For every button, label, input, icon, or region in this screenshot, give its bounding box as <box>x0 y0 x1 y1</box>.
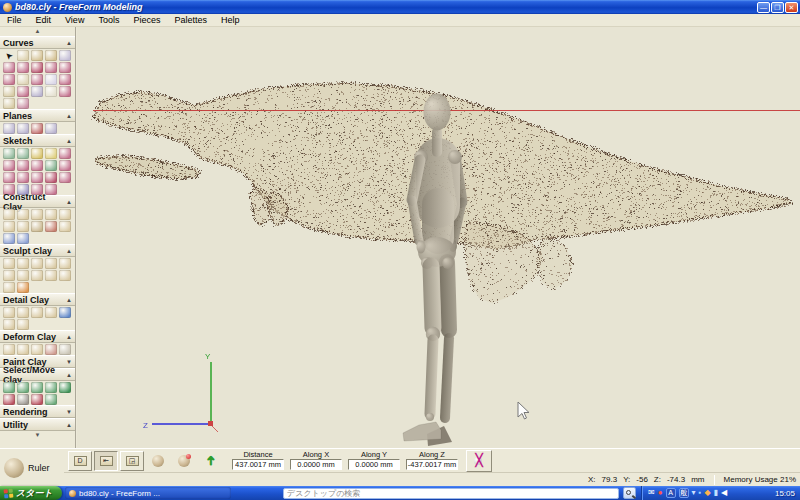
menu-help[interactable]: Help <box>214 15 247 25</box>
sketch-tool-5-icon[interactable] <box>59 148 71 159</box>
construct-clay-tool-10-icon[interactable] <box>59 221 71 232</box>
sketch-tool-8-icon[interactable] <box>31 160 43 171</box>
construct-clay-tool-5-icon[interactable] <box>59 209 71 220</box>
curves-tool-19-icon[interactable] <box>45 86 57 97</box>
construct-clay-tool-8-icon[interactable] <box>31 221 43 232</box>
construct-clay-tool-9-icon[interactable] <box>45 221 57 232</box>
collapse-icon[interactable]: ▲ <box>66 334 72 340</box>
curves-tool-12-icon[interactable] <box>17 74 29 85</box>
curves-tool-7-icon[interactable] <box>17 62 29 73</box>
curves-tool-16-icon[interactable] <box>3 86 15 97</box>
sculpt-clay-tool-6-icon[interactable] <box>3 270 15 281</box>
detail-clay-tool-6-icon[interactable] <box>3 319 15 330</box>
curves-tool-11-icon[interactable] <box>3 74 15 85</box>
collapse-icon[interactable]: ▲ <box>66 40 72 46</box>
select-move-clay-tool-9-icon[interactable] <box>45 394 57 405</box>
deform-clay-tool-2-icon[interactable] <box>17 344 29 355</box>
menu-palettes[interactable]: Palettes <box>167 15 214 25</box>
deform-clay-tool-1-icon[interactable] <box>3 344 15 355</box>
planes-tool-4-icon[interactable] <box>45 123 57 134</box>
deform-clay-tool-3-icon[interactable] <box>31 344 43 355</box>
collapse-icon[interactable]: ▲ <box>66 422 72 428</box>
planes-tool-1-icon[interactable] <box>3 123 15 134</box>
sketch-tool-4-icon[interactable] <box>45 148 57 159</box>
planes-tool-2-icon[interactable] <box>17 123 29 134</box>
search-icon[interactable] <box>623 487 636 499</box>
antivirus-icon[interactable]: ◆ <box>704 486 710 500</box>
select-move-clay-tool-7-icon[interactable] <box>17 394 29 405</box>
curves-tool-3-icon[interactable] <box>31 50 43 61</box>
sculpt-clay-tool-11-icon[interactable] <box>3 282 15 293</box>
palette-header-curves[interactable]: Curves▲ <box>0 36 75 49</box>
sketch-tool-6-icon[interactable] <box>3 160 15 171</box>
collapse-icon[interactable]: ▲ <box>66 199 72 205</box>
viewport-3d[interactable] <box>77 27 800 448</box>
curves-tool-1-icon[interactable]: ➤ <box>0 47 16 63</box>
minimize-button[interactable]: — <box>757 2 770 13</box>
palette-scroll-down-icon[interactable]: ▼ <box>0 431 75 440</box>
detail-clay-tool-5-icon[interactable] <box>59 307 71 318</box>
volume-icon[interactable]: ◀ <box>721 486 727 500</box>
ime-lang-icon[interactable]: A <box>666 488 676 498</box>
palette-header-detail-clay[interactable]: Detail Clay▲ <box>0 293 75 306</box>
collapse-icon[interactable]: ▲ <box>66 297 72 303</box>
collapse-icon[interactable]: ▲ <box>66 113 72 119</box>
sketch-tool-12-icon[interactable] <box>17 172 29 183</box>
measure-box-button[interactable]: D <box>68 451 92 471</box>
curves-tool-22-icon[interactable] <box>17 98 29 109</box>
construct-clay-tool-2-icon[interactable] <box>17 209 29 220</box>
green-arrow-button[interactable]: ➜ <box>198 451 222 471</box>
sculpt-clay-tool-3-icon[interactable] <box>31 258 43 269</box>
sketch-tool-14-icon[interactable] <box>45 172 57 183</box>
sculpt-clay-tool-5-icon[interactable] <box>59 258 71 269</box>
detail-clay-tool-4-icon[interactable] <box>45 307 57 318</box>
ime-mode-icon[interactable]: 般 <box>679 488 689 498</box>
sculpt-clay-tool-8-icon[interactable] <box>31 270 43 281</box>
detail-clay-tool-1-icon[interactable] <box>3 307 15 318</box>
construct-clay-tool-12-icon[interactable] <box>17 233 29 244</box>
construct-clay-tool-4-icon[interactable] <box>45 209 57 220</box>
menu-pieces[interactable]: Pieces <box>126 15 167 25</box>
menu-edit[interactable]: Edit <box>29 15 59 25</box>
taskbar-task-button[interactable]: bd80.cly - FreeForm ... <box>65 487 231 499</box>
field-value-input[interactable]: 437.0017 mm <box>232 459 284 470</box>
start-button[interactable]: スタート <box>0 486 62 500</box>
sketch-tool-1-icon[interactable] <box>3 148 15 159</box>
curves-tool-10-icon[interactable] <box>59 62 71 73</box>
palette-header-rendering[interactable]: Rendering▼ <box>0 405 75 418</box>
sphere-detail-button[interactable] <box>146 451 170 471</box>
detail-clay-tool-2-icon[interactable] <box>17 307 29 318</box>
select-move-clay-tool-5-icon[interactable] <box>59 382 71 393</box>
alert-icon[interactable]: ● <box>658 486 663 500</box>
construct-clay-tool-6-icon[interactable] <box>3 221 15 232</box>
menu-tools[interactable]: Tools <box>91 15 126 25</box>
curves-tool-21-icon[interactable] <box>3 98 15 109</box>
sketch-tool-10-icon[interactable] <box>59 160 71 171</box>
curves-tool-2-icon[interactable] <box>17 50 29 61</box>
sphere-pin-button[interactable] <box>172 451 196 471</box>
curves-tool-8-icon[interactable] <box>31 62 43 73</box>
menu-view[interactable]: View <box>58 15 91 25</box>
maximize-button[interactable]: ❐ <box>771 2 784 13</box>
sculpt-clay-tool-9-icon[interactable] <box>45 270 57 281</box>
detail-clay-tool-3-icon[interactable] <box>31 307 43 318</box>
sketch-tool-11-icon[interactable] <box>3 172 15 183</box>
sketch-tool-2-icon[interactable] <box>17 148 29 159</box>
construct-clay-tool-7-icon[interactable] <box>17 221 29 232</box>
select-move-clay-tool-2-icon[interactable] <box>17 382 29 393</box>
palette-header-sketch[interactable]: Sketch▲ <box>0 134 75 147</box>
menu-file[interactable]: File <box>0 15 29 25</box>
ruler-measure-button[interactable]: ╳ <box>466 450 492 472</box>
deform-clay-tool-5-icon[interactable] <box>59 344 71 355</box>
select-move-clay-tool-4-icon[interactable] <box>45 382 57 393</box>
sculpt-clay-tool-1-icon[interactable] <box>3 258 15 269</box>
ime-tools-icon[interactable]: ▾ <box>692 486 696 500</box>
curves-tool-4-icon[interactable] <box>45 50 57 61</box>
ruler-tool-cell[interactable]: Ruler <box>0 448 64 486</box>
construct-clay-tool-1-icon[interactable] <box>3 209 15 220</box>
field-value-input[interactable]: 0.0000 mm <box>348 459 400 470</box>
expand-icon[interactable]: ▼ <box>66 409 72 415</box>
construct-clay-tool-11-icon[interactable] <box>3 233 15 244</box>
palette-header-sculpt-clay[interactable]: Sculpt Clay▲ <box>0 244 75 257</box>
sketch-tool-15-icon[interactable] <box>59 172 71 183</box>
